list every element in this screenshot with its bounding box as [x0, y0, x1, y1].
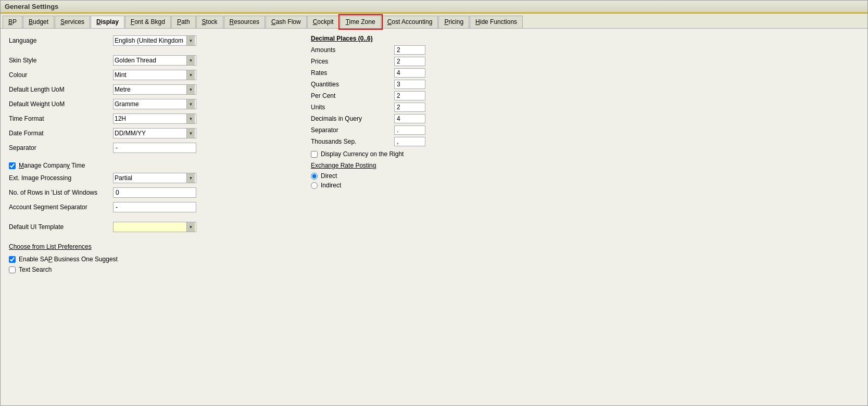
tab-time-zone[interactable]: Time Zone	[340, 16, 381, 28]
tab-bar: BP Budget Services Display Font & Bkgd P…	[1, 14, 867, 29]
tab-budget[interactable]: Budget	[23, 16, 54, 28]
ext-image-processing-value: Partial	[115, 174, 186, 182]
enable-sap-label: Enable SAP Business One Suggest	[19, 256, 118, 263]
rates-input[interactable]	[394, 68, 425, 78]
date-format-dropdown-arrow[interactable]	[186, 129, 195, 138]
tab-services[interactable]: Services	[55, 16, 90, 28]
display-currency-checkbox[interactable]	[311, 151, 318, 158]
colour-value: Mint	[115, 71, 186, 79]
language-dropdown-arrow[interactable]	[186, 36, 195, 45]
indirect-radio[interactable]	[311, 182, 318, 189]
window-title: General Settings	[5, 3, 58, 10]
exchange-rate-section: Exchange Rate Posting Direct Indirect	[311, 162, 859, 189]
enable-sap-row: Enable SAP Business One Suggest	[9, 256, 290, 263]
tab-resources[interactable]: Resources	[224, 16, 265, 28]
manage-company-time-row: Manage Company Time	[9, 162, 290, 169]
quantities-input[interactable]	[394, 80, 425, 89]
account-segment-separator-label: Account Segment Separator	[9, 204, 113, 211]
default-weight-uom-select[interactable]: Gramme	[113, 99, 196, 109]
text-search-label: Text Search	[19, 266, 52, 273]
separator-input-right[interactable]	[394, 125, 425, 135]
default-ui-template-row: Default UI Template	[9, 221, 290, 233]
skin-style-label: Skin Style	[9, 57, 113, 64]
default-ui-template-select[interactable]	[113, 222, 196, 232]
time-format-row: Time Format 12H	[9, 113, 290, 124]
date-format-select[interactable]: DD/MM/YY	[113, 128, 196, 138]
no-of-rows-row: No. of Rows in 'List of' Windows	[9, 187, 290, 198]
time-format-select[interactable]: 12H	[113, 113, 196, 124]
language-select[interactable]: English (United Kingdom	[113, 35, 196, 46]
default-length-uom-label: Default Length UoM	[9, 86, 113, 93]
skin-style-dropdown-arrow[interactable]	[186, 56, 195, 65]
default-length-uom-row: Default Length UoM Metre	[9, 84, 290, 95]
language-label: Language	[9, 37, 113, 44]
tab-path[interactable]: Path	[171, 16, 196, 28]
separator-label-left: Separator	[9, 144, 113, 151]
thousands-sep-row: Thousands Sep.	[311, 137, 859, 146]
right-panel: Decimal Places (0..6) Amounts Prices Rat…	[311, 35, 859, 276]
direct-row: Direct	[311, 172, 859, 180]
colour-dropdown-arrow[interactable]	[186, 70, 195, 80]
no-of-rows-label: No. of Rows in 'List of' Windows	[9, 189, 113, 196]
separator-row-right: Separator	[311, 125, 859, 135]
decimals-in-query-input[interactable]	[394, 114, 425, 123]
date-format-row: Date Format DD/MM/YY	[9, 128, 290, 139]
date-format-value: DD/MM/YY	[115, 130, 186, 137]
tab-pricing[interactable]: Pricing	[438, 16, 469, 28]
separator-input[interactable]	[113, 143, 196, 153]
account-segment-separator-input[interactable]	[113, 202, 196, 212]
default-weight-uom-label: Default Weight UoM	[9, 100, 113, 108]
text-search-row: Text Search	[9, 266, 290, 273]
prices-input[interactable]	[394, 57, 425, 66]
tab-display[interactable]: Display	[91, 16, 124, 28]
tab-cost-accounting[interactable]: Cost Accounting	[382, 16, 438, 28]
text-search-checkbox[interactable]	[9, 267, 16, 273]
prices-row: Prices	[311, 57, 859, 66]
per-cent-label: Per Cent	[311, 92, 394, 99]
ext-image-processing-dropdown-arrow[interactable]	[186, 173, 195, 183]
default-ui-template-dropdown-arrow[interactable]	[186, 222, 195, 232]
default-length-uom-dropdown-arrow[interactable]	[186, 85, 195, 94]
ext-image-processing-select[interactable]: Partial	[113, 173, 196, 183]
amounts-row: Amounts	[311, 45, 859, 55]
tab-cash-flow[interactable]: Cash Flow	[266, 16, 307, 28]
prices-label: Prices	[311, 58, 394, 65]
exchange-rate-posting-title[interactable]: Exchange Rate Posting	[311, 162, 859, 169]
direct-radio[interactable]	[311, 173, 318, 180]
default-ui-template-label: Default UI Template	[9, 223, 113, 231]
choose-from-list-link[interactable]: Choose from List Preferences	[9, 243, 92, 250]
amounts-input[interactable]	[394, 45, 425, 55]
decimal-places-title: Decimal Places (0..6)	[311, 35, 859, 42]
rates-label: Rates	[311, 69, 394, 77]
skin-style-row: Skin Style Golden Thread	[9, 55, 290, 66]
units-row: Units	[311, 103, 859, 112]
manage-company-time-label: Manage Company Time	[19, 162, 85, 169]
display-currency-row: Display Currency on the Right	[311, 150, 859, 158]
indirect-label: Indirect	[321, 182, 341, 189]
tab-hide-functions[interactable]: Hide Functions	[470, 16, 523, 28]
time-format-dropdown-arrow[interactable]	[186, 114, 195, 123]
tab-cockpit[interactable]: Cockpit	[307, 16, 339, 28]
default-weight-uom-dropdown-arrow[interactable]	[186, 99, 195, 109]
choose-from-list-row: Choose from List Preferences	[9, 241, 290, 252]
no-of-rows-input[interactable]	[113, 187, 196, 198]
default-length-uom-select[interactable]: Metre	[113, 84, 196, 95]
tab-font-bkgd[interactable]: Font & Bkgd	[125, 16, 171, 28]
account-segment-separator-row: Account Segment Separator	[9, 201, 290, 213]
per-cent-input[interactable]	[394, 91, 425, 100]
decimals-in-query-label: Decimals in Query	[311, 115, 394, 122]
direct-label: Direct	[321, 172, 337, 180]
skin-style-select[interactable]: Golden Thread	[113, 55, 196, 66]
thousands-sep-input[interactable]	[394, 137, 425, 146]
manage-company-time-checkbox[interactable]	[9, 162, 16, 169]
skin-style-value: Golden Thread	[115, 57, 186, 64]
time-format-label: Time Format	[9, 115, 113, 122]
decimals-in-query-row: Decimals in Query	[311, 114, 859, 123]
units-input[interactable]	[394, 103, 425, 112]
tab-bp[interactable]: BP	[3, 16, 22, 28]
content-area: Language English (United Kingdom Skin St…	[1, 29, 867, 283]
ext-image-processing-row: Ext. Image Processing Partial	[9, 172, 290, 184]
tab-stock[interactable]: Stock	[196, 16, 223, 28]
colour-select[interactable]: Mint	[113, 70, 196, 80]
enable-sap-checkbox[interactable]	[9, 256, 16, 263]
